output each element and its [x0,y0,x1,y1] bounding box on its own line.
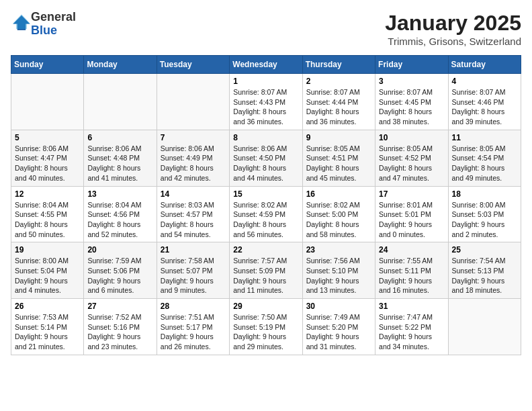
day-number: 22 [233,245,298,255]
day-info: Sunrise: 8:05 AM Sunset: 4:52 PM Dayligh… [379,144,444,183]
day-info: Sunrise: 8:06 AM Sunset: 4:48 PM Dayligh… [87,144,152,183]
calendar-cell: 23Sunrise: 7:56 AM Sunset: 5:10 PM Dayli… [302,242,375,299]
calendar-header-row: SundayMondayTuesdayWednesdayThursdayFrid… [11,56,521,74]
calendar-cell: 1Sunrise: 8:07 AM Sunset: 4:43 PM Daylig… [230,74,302,130]
day-info: Sunrise: 7:47 AM Sunset: 5:22 PM Dayligh… [379,312,444,352]
calendar-cell: 17Sunrise: 8:01 AM Sunset: 5:01 PM Dayli… [375,186,448,242]
day-info: Sunrise: 7:58 AM Sunset: 5:07 PM Dayligh… [161,256,226,295]
day-info: Sunrise: 8:05 AM Sunset: 4:54 PM Dayligh… [452,144,517,183]
day-number: 8 [233,133,298,142]
day-number: 2 [306,77,371,86]
calendar-cell: 22Sunrise: 7:57 AM Sunset: 5:09 PM Dayli… [230,242,302,299]
weekday-header: Saturday [448,56,521,74]
calendar-cell: 21Sunrise: 7:58 AM Sunset: 5:07 PM Dayli… [157,242,229,299]
logo-general-text: General [31,10,76,24]
calendar-cell [84,74,157,130]
calendar-cell [157,74,229,130]
weekday-header: Friday [375,56,448,74]
calendar-cell: 25Sunrise: 7:54 AM Sunset: 5:13 PM Dayli… [448,242,521,299]
day-number: 24 [379,245,444,255]
day-info: Sunrise: 7:50 AM Sunset: 5:19 PM Dayligh… [233,312,298,352]
day-info: Sunrise: 8:04 AM Sunset: 4:55 PM Dayligh… [15,200,80,240]
location-text: Trimmis, Grisons, Switzerland [385,36,521,47]
day-number: 10 [379,133,444,142]
day-number: 9 [306,133,371,142]
calendar-cell: 3Sunrise: 8:07 AM Sunset: 4:45 PM Daylig… [375,74,448,130]
day-info: Sunrise: 8:07 AM Sunset: 4:43 PM Dayligh… [233,87,298,127]
day-number: 7 [161,133,226,142]
day-number: 12 [15,189,80,199]
calendar-cell [11,74,84,130]
day-number: 14 [161,189,226,199]
calendar-cell: 10Sunrise: 8:05 AM Sunset: 4:52 PM Dayli… [375,130,448,186]
day-info: Sunrise: 8:05 AM Sunset: 4:51 PM Dayligh… [306,144,371,183]
day-number: 31 [379,302,444,311]
day-number: 13 [87,189,152,199]
day-info: Sunrise: 8:07 AM Sunset: 4:46 PM Dayligh… [452,87,517,127]
calendar-body: 1Sunrise: 8:07 AM Sunset: 4:43 PM Daylig… [11,74,521,355]
day-number: 4 [452,77,517,86]
calendar-cell: 6Sunrise: 8:06 AM Sunset: 4:48 PM Daylig… [84,130,157,186]
day-number: 19 [15,245,80,255]
day-number: 25 [452,245,517,255]
calendar-week-row: 12Sunrise: 8:04 AM Sunset: 4:55 PM Dayli… [11,186,521,242]
calendar-cell: 26Sunrise: 7:53 AM Sunset: 5:14 PM Dayli… [11,299,84,355]
calendar-cell: 29Sunrise: 7:50 AM Sunset: 5:19 PM Dayli… [230,299,302,355]
day-number: 5 [15,133,80,142]
calendar-cell: 27Sunrise: 7:52 AM Sunset: 5:16 PM Dayli… [84,299,157,355]
day-info: Sunrise: 7:54 AM Sunset: 5:13 PM Dayligh… [452,256,517,295]
svg-marker-1 [13,14,30,29]
month-title: January 2025 [385,11,521,36]
calendar-cell: 8Sunrise: 8:06 AM Sunset: 4:50 PM Daylig… [230,130,302,186]
calendar-cell: 20Sunrise: 7:59 AM Sunset: 5:06 PM Dayli… [84,242,157,299]
day-info: Sunrise: 7:56 AM Sunset: 5:10 PM Dayligh… [306,256,371,295]
day-info: Sunrise: 8:06 AM Sunset: 4:49 PM Dayligh… [161,144,226,183]
calendar-cell: 18Sunrise: 8:00 AM Sunset: 5:03 PM Dayli… [448,186,521,242]
calendar-cell: 4Sunrise: 8:07 AM Sunset: 4:46 PM Daylig… [448,74,521,130]
day-number: 1 [233,77,298,86]
day-info: Sunrise: 8:02 AM Sunset: 5:00 PM Dayligh… [306,200,371,240]
calendar-cell: 30Sunrise: 7:49 AM Sunset: 5:20 PM Dayli… [302,299,375,355]
day-info: Sunrise: 8:01 AM Sunset: 5:01 PM Dayligh… [379,200,444,240]
calendar-cell: 11Sunrise: 8:05 AM Sunset: 4:54 PM Dayli… [448,130,521,186]
weekday-header: Wednesday [230,56,302,74]
day-info: Sunrise: 7:59 AM Sunset: 5:06 PM Dayligh… [87,256,152,295]
day-number: 3 [379,77,444,86]
calendar-cell: 28Sunrise: 7:51 AM Sunset: 5:17 PM Dayli… [157,299,229,355]
day-number: 23 [306,245,371,255]
calendar-cell: 19Sunrise: 8:00 AM Sunset: 5:04 PM Dayli… [11,242,84,299]
calendar-cell: 14Sunrise: 8:03 AM Sunset: 4:57 PM Dayli… [157,186,229,242]
day-number: 11 [452,133,517,142]
calendar-week-row: 26Sunrise: 7:53 AM Sunset: 5:14 PM Dayli… [11,299,521,355]
day-info: Sunrise: 8:04 AM Sunset: 4:56 PM Dayligh… [87,200,152,240]
weekday-header: Sunday [11,56,84,74]
day-info: Sunrise: 7:57 AM Sunset: 5:09 PM Dayligh… [233,256,298,295]
day-number: 28 [161,302,226,311]
day-info: Sunrise: 8:00 AM Sunset: 5:03 PM Dayligh… [452,200,517,240]
day-info: Sunrise: 7:51 AM Sunset: 5:17 PM Dayligh… [161,312,226,352]
day-number: 15 [233,189,298,199]
day-number: 17 [379,189,444,199]
day-info: Sunrise: 8:07 AM Sunset: 4:44 PM Dayligh… [306,87,371,127]
day-info: Sunrise: 8:07 AM Sunset: 4:45 PM Dayligh… [379,87,444,127]
day-number: 6 [87,133,152,142]
calendar-cell: 5Sunrise: 8:06 AM Sunset: 4:47 PM Daylig… [11,130,84,186]
day-number: 20 [87,245,152,255]
day-info: Sunrise: 7:52 AM Sunset: 5:16 PM Dayligh… [87,312,152,352]
calendar-cell: 12Sunrise: 8:04 AM Sunset: 4:55 PM Dayli… [11,186,84,242]
calendar-cell: 2Sunrise: 8:07 AM Sunset: 4:44 PM Daylig… [302,74,375,130]
calendar-cell: 13Sunrise: 8:04 AM Sunset: 4:56 PM Dayli… [84,186,157,242]
day-number: 18 [452,189,517,199]
calendar-week-row: 5Sunrise: 8:06 AM Sunset: 4:47 PM Daylig… [11,130,521,186]
day-info: Sunrise: 7:55 AM Sunset: 5:11 PM Dayligh… [379,256,444,295]
calendar-cell: 16Sunrise: 8:02 AM Sunset: 5:00 PM Dayli… [302,186,375,242]
day-info: Sunrise: 8:06 AM Sunset: 4:47 PM Dayligh… [15,144,80,183]
calendar-week-row: 19Sunrise: 8:00 AM Sunset: 5:04 PM Dayli… [11,242,521,299]
day-number: 27 [87,302,152,311]
calendar-table: SundayMondayTuesdayWednesdayThursdayFrid… [11,55,521,355]
calendar-cell: 7Sunrise: 8:06 AM Sunset: 4:49 PM Daylig… [157,130,229,186]
calendar-cell: 15Sunrise: 8:02 AM Sunset: 4:59 PM Dayli… [230,186,302,242]
day-info: Sunrise: 8:06 AM Sunset: 4:50 PM Dayligh… [233,144,298,183]
day-number: 30 [306,302,371,311]
weekday-header: Thursday [302,56,375,74]
